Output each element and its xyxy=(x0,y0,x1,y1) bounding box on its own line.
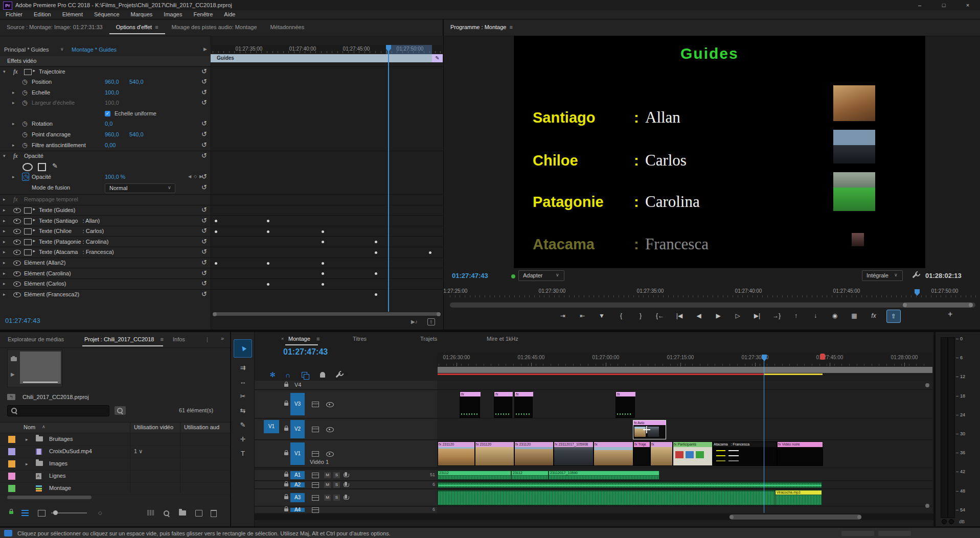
clip-audio-a2[interactable] xyxy=(438,482,822,488)
keyframe-dot[interactable] xyxy=(375,251,377,254)
go-to-in-button[interactable]: {← xyxy=(653,310,667,322)
solo-button[interactable]: S xyxy=(333,482,340,488)
reset-effect-icon[interactable]: ↺ xyxy=(201,290,207,298)
eye-visibility-icon[interactable] xyxy=(13,282,21,287)
reset-effect-icon[interactable]: ↺ xyxy=(201,141,207,149)
column-utilisation-video[interactable]: Utilisation vidéo xyxy=(134,424,173,430)
tab-sequence-montage[interactable]: Montage ≡ xyxy=(288,336,320,342)
ec-nested-clip-tab[interactable]: Montage * Guides xyxy=(72,46,117,53)
list-view-button[interactable] xyxy=(21,510,29,516)
column-utilisation-audio[interactable]: Utilisation aud xyxy=(184,424,229,430)
ec-mini-ruler[interactable]: 01:27:35:0001:27:40:0001:27:45:0001:27:5… xyxy=(211,45,443,54)
keyframe-dot[interactable] xyxy=(215,262,217,265)
reset-effect-icon[interactable]: ↺ xyxy=(201,152,207,159)
reset-effect-icon[interactable]: ↺ xyxy=(201,88,207,96)
eye-visibility-icon[interactable] xyxy=(13,261,21,266)
mute-button[interactable]: M xyxy=(324,482,331,488)
snap-magnet-icon[interactable]: ∩ xyxy=(285,371,290,379)
keyframe-dot[interactable] xyxy=(322,283,324,286)
label-color-chip[interactable] xyxy=(8,485,15,492)
nest-sequences-icon[interactable]: ✻ xyxy=(270,371,276,379)
menu-elément[interactable]: Elément xyxy=(57,10,88,18)
track-target-v2[interactable]: V2 xyxy=(290,420,305,438)
zoom-slider-knob[interactable] xyxy=(53,510,58,515)
clip-audio-a3[interactable] xyxy=(438,490,775,505)
param-value[interactable]: 0,00 xyxy=(105,142,116,148)
reset-effect-icon[interactable]: ↺ xyxy=(201,259,207,266)
mark-out-button[interactable]: } xyxy=(634,310,647,322)
new-bin-icon[interactable] xyxy=(179,510,186,516)
reset-effect-icon[interactable]: ↺ xyxy=(201,217,207,224)
tab-métadonnées[interactable]: Métadonnées xyxy=(264,19,311,33)
tool-selection[interactable]: ▲ xyxy=(234,339,252,358)
track-target-a1[interactable]: A1 xyxy=(290,471,305,479)
twirl-icon[interactable]: ▸ xyxy=(3,197,6,202)
close-button[interactable]: × xyxy=(956,0,979,10)
new-item-icon[interactable] xyxy=(195,510,202,517)
twirl-icon[interactable]: ▸ xyxy=(3,271,6,276)
track-target-a3[interactable]: A3 xyxy=(290,493,305,502)
navigate-up-icon[interactable]: ↰ xyxy=(7,394,15,400)
param-value[interactable]: 100,0 xyxy=(105,89,119,96)
add-keyframe-icon[interactable]: ◇ xyxy=(194,174,197,179)
twirl-icon[interactable]: ▾ xyxy=(3,69,6,74)
reset-effect-icon[interactable]: ↺ xyxy=(201,227,207,235)
play-audio-while-scrub-icon[interactable]: ▶♪ xyxy=(411,319,418,324)
eye-track-output-icon[interactable] xyxy=(326,452,334,457)
twirl-icon[interactable]: ▸ xyxy=(12,121,15,126)
clip-v1-untitled[interactable]: fx xyxy=(650,441,673,466)
sync-lock-icon[interactable] xyxy=(312,482,319,488)
twirl-icon[interactable]: ▸ xyxy=(12,174,15,179)
menu-fichier[interactable]: Fichier xyxy=(0,10,28,18)
param-value[interactable]: 540,0 xyxy=(129,131,144,137)
blend-mode-select[interactable]: Normal∨ xyxy=(105,183,175,193)
project-item-montage[interactable]: Montage xyxy=(0,482,230,495)
timeline-h-scrollbar[interactable] xyxy=(255,514,933,520)
timeline-timecode[interactable]: 01:27:47:43 xyxy=(283,347,328,357)
label-color-chip[interactable] xyxy=(8,436,15,443)
trash-icon[interactable] xyxy=(211,510,217,517)
tool-track-select[interactable]: ⇉ xyxy=(238,364,247,371)
stopwatch-icon[interactable]: ◷ xyxy=(22,99,27,106)
keyframe-dot[interactable] xyxy=(267,262,269,265)
eye-visibility-icon[interactable] xyxy=(13,271,21,276)
voiceover-mic-icon[interactable] xyxy=(345,472,347,476)
program-playhead-head[interactable] xyxy=(915,289,920,296)
program-scrollbar[interactable] xyxy=(450,302,975,308)
keyframe-dot[interactable] xyxy=(322,272,324,275)
clip-v3[interactable]: fx xyxy=(616,391,635,418)
ec-export-icon[interactable]: ⇧ xyxy=(427,318,435,325)
solo-button[interactable]: S xyxy=(333,495,340,501)
twirl-icon[interactable]: ▸ xyxy=(3,292,6,297)
step-back-button[interactable]: ◀ xyxy=(692,310,705,322)
settings-wrench-icon[interactable] xyxy=(913,273,918,278)
tab-sequence-mire-et-1khz[interactable]: Mire et 1kHz xyxy=(487,336,518,342)
linked-selection-icon[interactable] xyxy=(302,372,307,378)
expand-panel-chevron-icon[interactable]: » xyxy=(221,335,224,341)
project-item-croixdusud-mp4[interactable]: CroixDuSud.mp41 ∨ xyxy=(0,446,230,458)
clip-v1-23112017-105908[interactable]: fx 23112017_105908 xyxy=(554,441,594,466)
timeline-v-scroll-handle-top[interactable] xyxy=(925,383,929,387)
lock-icon[interactable] xyxy=(284,384,288,387)
clip-v3[interactable]: fx xyxy=(514,391,533,418)
twirl-icon[interactable]: ▾ xyxy=(3,153,6,158)
scroll-handle-right[interactable] xyxy=(437,312,441,316)
sync-lock-icon[interactable] xyxy=(312,402,319,407)
add-marker-button[interactable]: ▼ xyxy=(595,310,608,322)
twirl-icon[interactable]: ▸ xyxy=(12,100,15,105)
scroll-thumb[interactable] xyxy=(214,312,440,316)
clip-v3[interactable]: fx xyxy=(460,391,480,418)
ec-write-keyframes-icon[interactable]: ✎ xyxy=(432,54,443,62)
tab-explorateur[interactable]: Explorateur de médias xyxy=(8,336,64,342)
add-marker-icon[interactable] xyxy=(320,372,325,378)
keyframe-dot[interactable] xyxy=(215,230,217,233)
tool-slip[interactable]: ⇆ xyxy=(238,407,247,414)
keyframe-dot[interactable] xyxy=(375,293,377,296)
sync-lock-icon[interactable] xyxy=(312,473,319,478)
tool-ripple-edit[interactable]: ↔ xyxy=(238,378,247,386)
sequence-marker-red[interactable] xyxy=(820,354,825,360)
clip-v1-231120[interactable]: fx 231120 xyxy=(438,441,475,466)
reset-effect-icon[interactable]: ↺ xyxy=(201,279,207,287)
export-frame-button[interactable]: ◉ xyxy=(828,310,841,322)
menu-edition[interactable]: Edition xyxy=(28,10,57,18)
